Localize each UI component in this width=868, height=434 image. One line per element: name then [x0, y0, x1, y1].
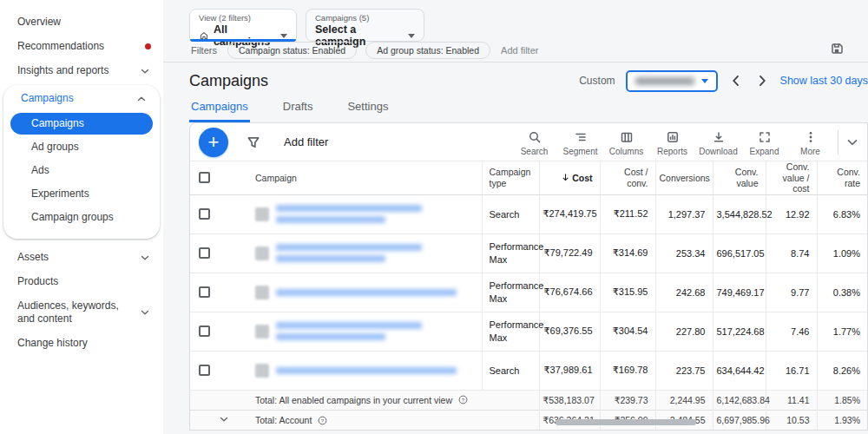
more-icon: [804, 130, 818, 144]
page-header-row: Campaigns Custom Show last 30 days: [189, 69, 868, 93]
campaign-type-cell: Performance Max: [482, 312, 539, 351]
sidebar-item-label: Insights and reports: [17, 64, 108, 77]
row-checkbox-cell: [190, 312, 218, 351]
metric-cell-4: 8.74: [766, 233, 817, 273]
metric-cell-3: 749,469.17: [713, 273, 766, 312]
filter-icon[interactable]: [246, 135, 261, 150]
column-header-conv-value-cost[interactable]: Conv. value / cost: [766, 161, 817, 194]
campaign-name-link[interactable]: [248, 364, 482, 378]
campaign-row: Search₹274,419.75₹211.521,297.373,544,82…: [190, 194, 867, 233]
sidebar-subitem-campaigns[interactable]: Campaigns: [10, 113, 153, 135]
column-header-campaign[interactable]: Campaign: [248, 161, 482, 194]
column-header-cost[interactable]: Cost: [539, 161, 600, 194]
sidebar-item-audiences-keywords-and-content[interactable]: Audiences, keywords, and content: [0, 294, 163, 332]
tab-campaigns[interactable]: Campaigns: [189, 98, 250, 122]
columns-icon: [620, 130, 634, 144]
download-button[interactable]: Download: [695, 128, 741, 156]
row-checkbox[interactable]: [199, 247, 210, 259]
select-all-checkbox[interactable]: [199, 172, 210, 183]
sidebar-item-change-history[interactable]: Change history: [0, 332, 163, 356]
date-range-redacted: [635, 77, 694, 85]
expand-icon: [758, 130, 772, 144]
row-status-cell: [218, 233, 248, 273]
sidebar-item-label: Products: [17, 275, 58, 288]
metric-cell-5: 1.77%: [817, 312, 867, 351]
metric-cell-0: ₹79,722.49: [539, 233, 600, 273]
sidebar-item-recommendations[interactable]: Recommendations: [0, 35, 163, 59]
sidebar-item-label: Overview: [17, 16, 61, 29]
column-header-cost-conv[interactable]: Cost / conv.: [600, 161, 655, 194]
chevron-down-icon[interactable]: [845, 135, 860, 150]
campaign-name-link[interactable]: [248, 286, 482, 299]
campaign-name-redacted: [276, 367, 457, 374]
campaign-name-cell: [248, 233, 482, 273]
save-icon[interactable]: [830, 42, 844, 56]
tab-drafts[interactable]: Drafts: [281, 98, 315, 122]
tool-label: Segment: [562, 147, 597, 156]
search-button[interactable]: Search: [511, 128, 557, 156]
show-last-30-days-link[interactable]: Show last 30 days: [780, 75, 868, 87]
column-header-campaign-type[interactable]: Campaign type: [482, 161, 539, 194]
total-metric-cell-5: 1.85%: [817, 390, 867, 410]
toolbar-add-filter[interactable]: Add filter: [284, 135, 328, 148]
campaign-picker-dropdown[interactable]: Campaigns (5) Select a campaign: [306, 9, 424, 42]
sidebar-item-campaigns[interactable]: Campaigns: [3, 87, 160, 111]
sidebar-item-insights-and-reports[interactable]: Insights and reports: [0, 59, 163, 83]
sidebar-subitem-ads[interactable]: Ads: [10, 160, 153, 181]
table-tools: SearchSegmentColumnsReportsDownloadExpan…: [511, 128, 833, 156]
metric-cell-2: 1,297.37: [655, 194, 713, 233]
column-header-conv-rate[interactable]: Conv. rate: [817, 161, 867, 194]
column-header-conversions[interactable]: Conversions: [655, 161, 713, 194]
metric-cell-0: ₹69,376.55: [539, 312, 600, 351]
tab-settings[interactable]: Settings: [345, 98, 390, 122]
metric-cell-2: 253.34: [655, 233, 713, 273]
total-status-cell: [218, 390, 248, 410]
sidebar-nav-bottom: AssetsProductsAudiences, keywords, and c…: [0, 246, 163, 356]
sidebar-item-assets[interactable]: Assets: [0, 246, 163, 270]
sidebar-subitem-campaign-groups[interactable]: Campaign groups: [10, 207, 153, 228]
filter-chip-campaign-status-enabled[interactable]: Campaign status: Enabled: [227, 42, 357, 59]
total-metric-cell-0: ₹538,183.07: [539, 390, 600, 410]
total-metric-cell-4: 11.41: [766, 390, 817, 410]
add-filter-link[interactable]: Add filter: [501, 45, 538, 56]
row-checkbox[interactable]: [199, 208, 210, 220]
sidebar-campaigns-children: CampaignsAd groupsAdsExperimentsCampaign…: [3, 113, 160, 228]
campaign-name-link[interactable]: [248, 322, 482, 340]
expand-account-total-button[interactable]: [218, 413, 230, 425]
sidebar-item-label: Recommendations: [17, 40, 104, 53]
metric-cell-4: 12.92: [766, 194, 817, 233]
filter-chip-ad-group-status-enabled[interactable]: Ad group status: Enabled: [365, 42, 490, 59]
view-picker-label: View (2 filters): [199, 13, 287, 23]
previous-period-button[interactable]: [728, 73, 744, 89]
row-status-cell: [218, 273, 248, 312]
reports-button[interactable]: Reports: [649, 128, 695, 156]
horizontal-scrollbar[interactable]: [556, 419, 696, 425]
row-checkbox-cell: [190, 351, 218, 390]
caret-down-icon: [701, 79, 708, 83]
date-range-dropdown[interactable]: [626, 70, 718, 92]
campaign-name-link[interactable]: [248, 205, 482, 223]
caret-down-icon: [280, 34, 287, 38]
sidebar-subitem-ad-groups[interactable]: Ad groups: [10, 136, 153, 158]
column-header-conv-value[interactable]: Conv. value: [713, 161, 766, 194]
view-picker-dropdown[interactable]: View (2 filters) All campaigns: [189, 9, 297, 42]
columns-button[interactable]: Columns: [603, 128, 649, 156]
segment-button[interactable]: Segment: [557, 128, 603, 156]
row-checkbox[interactable]: [199, 326, 210, 337]
sidebar-item-overview[interactable]: Overview: [0, 10, 163, 35]
row-checkbox[interactable]: [199, 365, 210, 376]
redacted-text-line: [276, 289, 457, 296]
row-checkbox[interactable]: [199, 286, 210, 298]
next-period-button[interactable]: [754, 73, 770, 89]
campaign-name-link[interactable]: [248, 244, 482, 262]
row-status-cell: [218, 312, 248, 351]
more-button[interactable]: More: [787, 128, 833, 156]
sidebar-item-products[interactable]: Products: [0, 270, 163, 294]
redacted-text-line: [276, 255, 385, 262]
sidebar-subitem-experiments[interactable]: Experiments: [10, 183, 153, 205]
sidebar-item-label: Campaigns: [21, 92, 74, 105]
search-icon: [528, 130, 542, 144]
expand-button[interactable]: Expand: [741, 128, 787, 156]
add-campaign-button[interactable]: +: [199, 128, 228, 157]
campaign-row: Performance Max₹69,376.55₹304.54227.8051…: [190, 312, 867, 351]
